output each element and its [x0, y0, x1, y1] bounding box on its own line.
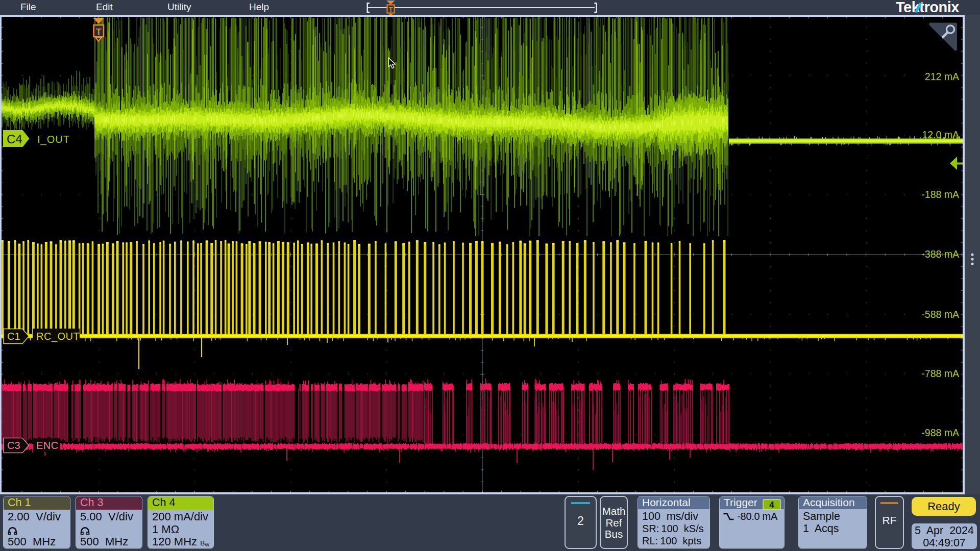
svg-text:C4: C4	[7, 132, 22, 146]
svg-text:-188 mA: -188 mA	[921, 189, 959, 200]
svg-text:C3: C3	[7, 440, 20, 451]
svg-text:C1: C1	[7, 331, 20, 342]
svg-text:I_OUT: I_OUT	[37, 134, 70, 145]
svg-text:4: 4	[769, 500, 774, 510]
svg-text:-588 mA: -588 mA	[921, 309, 959, 320]
svg-text:-388 mA: -388 mA	[921, 248, 959, 260]
svg-text:RC_OUT: RC_OUT	[36, 331, 80, 342]
svg-text:ENC: ENC	[36, 440, 59, 451]
svg-text:212 mA: 212 mA	[925, 71, 959, 82]
svg-text:12.0 mA: 12.0 mA	[922, 129, 959, 140]
svg-text:T: T	[96, 27, 102, 37]
svg-text:-988 mA: -988 mA	[921, 427, 959, 438]
svg-text:Tektronix: Tektronix	[896, 0, 959, 15]
svg-text:-788 mA: -788 mA	[921, 368, 959, 379]
svg-text:T: T	[389, 6, 393, 13]
